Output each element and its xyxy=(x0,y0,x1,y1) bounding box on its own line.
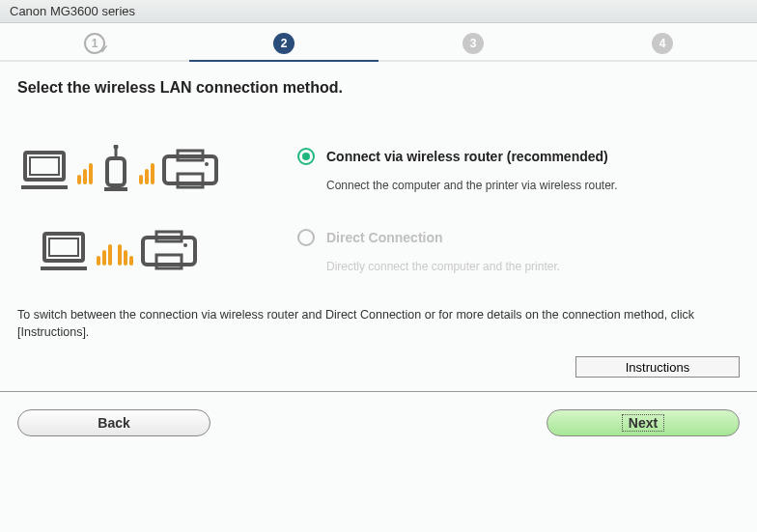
option-router-desc: Connect the computer and the printer via… xyxy=(326,179,740,192)
step-3-icon: 3 xyxy=(463,33,484,54)
step-4-icon: 4 xyxy=(652,33,673,54)
wifi-signal-icon xyxy=(97,237,112,266)
radio-direct-wrap[interactable]: Direct Connection xyxy=(297,229,740,246)
router-diagram xyxy=(17,145,288,195)
page-heading: Select the wireless LAN connection metho… xyxy=(17,79,740,97)
next-button[interactable]: Next xyxy=(547,409,740,436)
svg-point-8 xyxy=(205,162,209,166)
printer-icon xyxy=(160,147,220,193)
window-title: Canon MG3600 series xyxy=(10,4,135,18)
laptop-icon xyxy=(37,228,91,274)
wifi-signal-icon xyxy=(118,237,133,266)
printer-icon xyxy=(139,228,199,274)
option-router-row[interactable]: Connect via wireless router (recommended… xyxy=(17,145,740,195)
svg-rect-1 xyxy=(30,157,59,175)
option-direct-row[interactable]: Direct Connection Directly connect the c… xyxy=(17,228,740,274)
svg-point-3 xyxy=(114,145,119,150)
navigation-row: Back Next xyxy=(0,392,757,454)
radio-router-wrap[interactable]: Connect via wireless router (recommended… xyxy=(297,148,740,165)
svg-point-14 xyxy=(183,243,187,247)
step-tab-4: 4 xyxy=(568,33,757,54)
direct-diagram xyxy=(17,228,288,274)
laptop-icon xyxy=(17,147,71,193)
option-direct-title: Direct Connection xyxy=(326,230,443,245)
option-router-text: Connect via wireless router (recommended… xyxy=(288,148,740,192)
instructions-row: Instructions xyxy=(0,349,757,378)
radio-router[interactable] xyxy=(297,148,315,165)
svg-rect-10 xyxy=(49,238,78,256)
option-direct-text: Direct Connection Directly connect the c… xyxy=(288,229,740,273)
step-tab-1: 1 ✓ xyxy=(0,33,189,54)
wifi-signal-icon xyxy=(139,155,154,184)
option-direct-desc: Directly connect the computer and the pr… xyxy=(326,260,740,273)
router-icon xyxy=(98,145,133,195)
back-button[interactable]: Back xyxy=(17,409,210,436)
step-tab-3: 3 xyxy=(378,33,568,54)
option-router-title: Connect via wireless router (recommended… xyxy=(326,149,608,164)
checkmark-icon: ✓ xyxy=(99,42,109,56)
step-2-icon: 2 xyxy=(273,33,294,54)
step-progress: 1 ✓ 2 3 4 xyxy=(0,23,757,62)
content-area: Select the wireless LAN connection metho… xyxy=(0,62,757,349)
window-title-bar: Canon MG3600 series xyxy=(0,0,757,23)
wifi-signal-icon xyxy=(77,155,93,184)
hint-text: To switch between the connection via wir… xyxy=(17,307,740,341)
instructions-button[interactable]: Instructions xyxy=(575,356,740,378)
svg-rect-4 xyxy=(107,158,125,185)
step-1-icon: 1 ✓ xyxy=(84,33,105,54)
step-tab-2: 2 xyxy=(189,33,378,54)
radio-direct[interactable] xyxy=(297,229,315,246)
